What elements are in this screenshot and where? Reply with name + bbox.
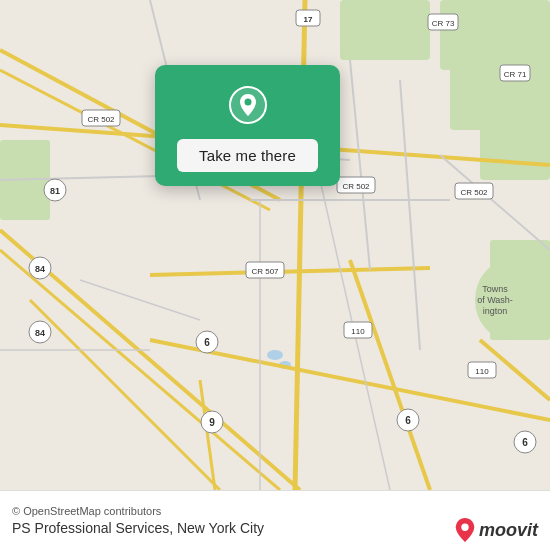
svg-text:CR 502: CR 502 [460,188,488,197]
svg-text:84: 84 [35,264,45,274]
location-pin-icon [226,83,270,127]
svg-text:6: 6 [522,437,528,448]
svg-text:CR 71: CR 71 [504,70,527,79]
svg-text:9: 9 [209,417,215,428]
svg-text:CR 502: CR 502 [87,115,115,124]
svg-text:84: 84 [35,328,45,338]
svg-point-5 [345,10,415,50]
svg-text:CR 502: CR 502 [342,182,370,191]
svg-text:110: 110 [351,327,365,336]
svg-point-9 [267,350,283,360]
svg-text:6: 6 [405,415,411,426]
svg-point-70 [244,99,251,106]
svg-text:6: 6 [204,337,210,348]
moovit-pin-icon [455,518,475,542]
svg-rect-3 [450,50,550,130]
svg-text:17: 17 [304,15,313,24]
svg-text:ington: ington [483,306,508,316]
svg-point-71 [461,524,468,531]
moovit-brand-text: moovit [479,520,538,541]
map-container: 17 CR 73 CR 71 CR 502 CR 502 CR 502 81 8… [0,0,550,490]
svg-text:Towns: Towns [482,284,508,294]
svg-text:110: 110 [475,367,489,376]
svg-text:81: 81 [50,186,60,196]
bottom-bar: © OpenStreetMap contributors PS Professi… [0,490,550,550]
take-me-there-button[interactable]: Take me there [177,139,318,172]
osm-credit: © OpenStreetMap contributors [12,505,538,517]
svg-text:CR 73: CR 73 [432,19,455,28]
svg-text:CR 507: CR 507 [251,267,279,276]
svg-rect-4 [480,120,550,180]
popup-card: Take me there [155,65,340,186]
svg-text:of Wash-: of Wash- [477,295,513,305]
moovit-logo: moovit [455,518,538,542]
